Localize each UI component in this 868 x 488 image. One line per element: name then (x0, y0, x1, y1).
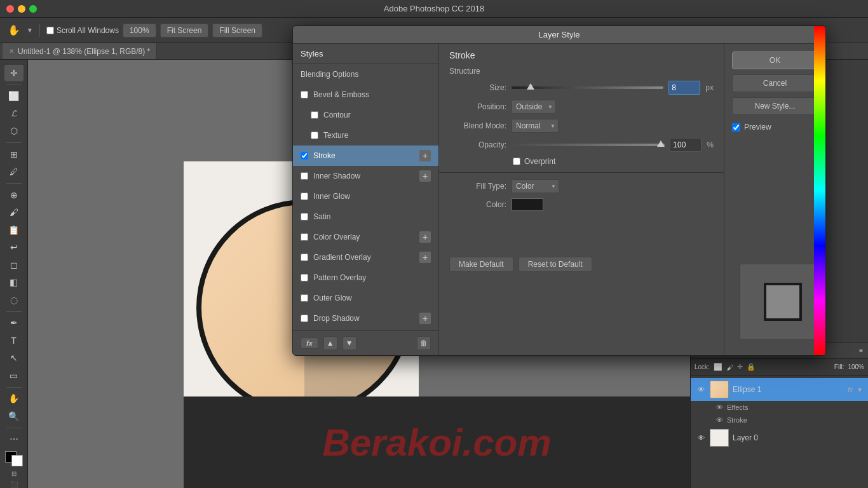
hand-nav-tool[interactable]: ✋ (4, 391, 24, 407)
style-item-drop-shadow[interactable]: Drop Shadow + (293, 308, 438, 329)
size-slider-thumb[interactable] (527, 83, 534, 90)
layer-visibility-toggle[interactable]: 👁 (696, 433, 706, 443)
contour-checkbox[interactable] (311, 111, 318, 119)
pattern-overlay-checkbox[interactable] (301, 274, 308, 281)
stroke-checkbox[interactable] (301, 152, 308, 159)
texture-checkbox[interactable] (311, 132, 318, 139)
inner-glow-checkbox[interactable] (301, 193, 308, 200)
cancel-button[interactable]: Cancel (732, 74, 818, 92)
history-brush-tool[interactable]: ↩ (4, 240, 24, 256)
minimize-button[interactable] (18, 5, 25, 13)
size-slider[interactable] (512, 86, 663, 89)
style-item-texture[interactable]: Texture (293, 125, 438, 146)
healing-brush-tool[interactable]: ⊕ (4, 187, 24, 203)
shape-tool[interactable]: ▭ (4, 367, 24, 384)
style-item-bevel-emboss[interactable]: Bevel & Emboss (293, 85, 438, 105)
hand-tool[interactable]: ✋ (5, 22, 23, 39)
close-button[interactable] (6, 5, 14, 13)
gradient-overlay-add-btn[interactable]: + (419, 252, 431, 263)
size-input[interactable]: 8 (668, 81, 700, 95)
zoom-tool[interactable]: 🔍 (4, 408, 24, 424)
style-item-gradient-overlay[interactable]: Gradient Overlay + (293, 247, 438, 268)
layer-item[interactable]: 👁 Layer 0 (691, 426, 868, 449)
style-item-inner-glow[interactable]: Inner Glow (293, 186, 438, 207)
style-item-blending-options[interactable]: Blending Options (293, 64, 438, 85)
style-item-satin[interactable]: Satin (293, 207, 438, 227)
style-item-stroke[interactable]: Stroke + (293, 146, 438, 166)
color-overlay-checkbox[interactable] (301, 233, 308, 241)
brush-tool[interactable]: 🖌 (4, 204, 24, 220)
layers-panel-options[interactable]: ≡ (859, 347, 863, 354)
fill-type-select[interactable]: Color Gradient Pattern (512, 179, 559, 193)
fill-screen-btn[interactable]: Fill Screen (212, 24, 262, 37)
scroll-all-windows-checkbox[interactable] (46, 27, 54, 34)
style-item-inner-shadow[interactable]: Inner Shadow + (293, 166, 438, 186)
gradient-overlay-checkbox[interactable] (301, 254, 308, 261)
ok-button[interactable]: OK (732, 51, 818, 69)
make-default-btn[interactable]: Make Default (449, 257, 513, 272)
move-up-btn[interactable]: ▲ (323, 336, 337, 350)
marquee-tool[interactable]: ⬜ (4, 88, 24, 104)
quick-mask-toggle[interactable]: ⊟ (11, 470, 17, 477)
style-item-pattern-overlay[interactable]: Pattern Overlay (293, 268, 438, 288)
drop-shadow-add-btn[interactable]: + (419, 313, 431, 324)
overprint-checkbox[interactable] (513, 158, 520, 165)
blend-mode-select[interactable]: Normal Dissolve Multiply Screen Overlay (512, 119, 559, 133)
eyedropper-tool[interactable]: 🖊 (4, 163, 24, 180)
pen-tool[interactable]: ✒ (4, 315, 24, 332)
inner-shadow-add-btn[interactable]: + (419, 170, 431, 182)
zoom-level-btn[interactable]: 100% (123, 24, 156, 37)
delete-btn[interactable]: 🗑 (417, 336, 431, 350)
opacity-slider-thumb[interactable] (657, 140, 665, 147)
style-item-color-overlay[interactable]: Color Overlay + (293, 227, 438, 247)
bevel-emboss-checkbox[interactable] (301, 91, 308, 98)
dodge-tool[interactable]: ◌ (4, 292, 24, 308)
lasso-tool[interactable]: 𝓛 (4, 105, 24, 122)
opacity-slider[interactable] (512, 144, 665, 146)
document-tab[interactable]: ✕ Untitled-1 @ 138% (Ellipse 1, RGB/8) * (3, 43, 157, 59)
inner-shadow-checkbox[interactable] (301, 172, 308, 180)
path-select-tool[interactable]: ↖ (4, 350, 24, 367)
lock-all-icon[interactable]: 🔒 (747, 363, 756, 371)
eraser-tool[interactable]: ◻ (4, 257, 24, 273)
position-select[interactable]: Outside Inside Center (512, 100, 556, 114)
stroke-eye-icon[interactable]: 👁 (716, 416, 723, 424)
outer-glow-checkbox[interactable] (301, 294, 308, 302)
crop-tool[interactable]: ⊞ (4, 146, 24, 163)
color-overlay-add-btn[interactable]: + (419, 231, 431, 243)
layer-expand-icon[interactable]: ▼ (857, 386, 863, 393)
satin-checkbox[interactable] (301, 213, 308, 220)
structure-subheader: Structure (439, 64, 724, 78)
screen-mode-btn[interactable]: ⬛ (10, 481, 18, 488)
tool-dropdown-arrow[interactable]: ▼ (27, 27, 33, 34)
fit-screen-btn[interactable]: Fit Screen (160, 24, 209, 37)
layer-visibility-toggle[interactable]: 👁 (696, 384, 706, 395)
tab-close-icon[interactable]: ✕ (9, 48, 14, 55)
fx-button[interactable]: fx (301, 337, 318, 349)
effects-eye-icon[interactable]: 👁 (716, 403, 723, 411)
maximize-button[interactable] (29, 5, 37, 13)
layer-item[interactable]: 👁 Ellipse 1 fx ▼ (691, 378, 868, 401)
move-down-btn[interactable]: ▼ (342, 336, 356, 350)
color-swatch[interactable] (512, 198, 543, 211)
reset-to-default-btn[interactable]: Reset to Default (519, 257, 592, 272)
lock-paint-icon[interactable]: 🖌 (726, 363, 733, 371)
preview-checkbox[interactable] (732, 123, 740, 132)
style-item-outer-glow[interactable]: Outer Glow (293, 288, 438, 308)
quick-select-tool[interactable]: ⬡ (4, 123, 24, 140)
opacity-input[interactable]: 100 (670, 138, 702, 152)
lock-position-icon[interactable]: ✛ (737, 363, 743, 371)
extra-tools[interactable]: ⋯ (4, 431, 24, 448)
color-picker-strip[interactable] (814, 26, 825, 355)
drop-shadow-checkbox[interactable] (301, 315, 308, 322)
move-tool[interactable]: ✛ (4, 65, 24, 81)
new-style-button[interactable]: New Style... (732, 97, 818, 115)
color-swatches[interactable] (5, 451, 23, 466)
text-tool[interactable]: T (4, 332, 24, 349)
style-item-contour[interactable]: Contour (293, 105, 438, 125)
clone-stamp-tool[interactable]: 📋 (4, 222, 24, 238)
stroke-add-btn[interactable]: + (419, 150, 431, 161)
lock-transparency-icon[interactable]: ⬜ (714, 363, 722, 371)
size-row: Size: 8 px (439, 78, 724, 97)
gradient-tool[interactable]: ◧ (4, 274, 24, 291)
